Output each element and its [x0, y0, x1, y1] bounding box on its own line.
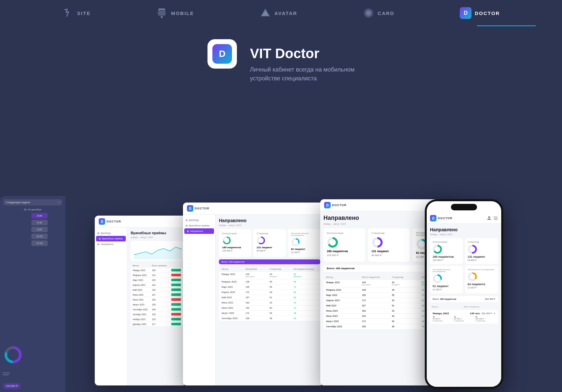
mobile-topbar: D DOCTOR	[427, 213, 501, 224]
page-title-1: Врачебные приёмы	[131, 231, 183, 235]
donut-stacionar	[256, 236, 266, 245]
period-1: январь – август 2023	[131, 236, 183, 238]
hero-subtitle: Личный кабинет всегда на мобильном устро…	[250, 65, 355, 83]
table-row: Декабрь 2023 217 ↑	[131, 322, 183, 327]
table-1: Месяц Всего приёмов Январь 2023 205 ↑ Фе…	[131, 263, 183, 327]
cal-donut	[3, 345, 23, 366]
sidebar-dashboard-2[interactable]: Дашборд	[183, 217, 215, 223]
donut-stacionar-3	[372, 237, 383, 248]
table-row: Апрель 2023 224 ↑	[131, 283, 183, 287]
stat-konsultacii: Консультации 185 пациентов 126 500 Р	[219, 229, 251, 257]
doctor-nav-icon: D	[460, 7, 471, 19]
table-row: Февраль 2023 214 ↓	[131, 273, 183, 278]
screenshots-area: Следующая неделя › Вс 24 декабря 8:00 8:…	[0, 189, 562, 392]
screenshot-napravleno: D DOCTOR Дашборд Врачебные приёмы	[183, 203, 323, 385]
mobile-donut-s	[468, 244, 477, 254]
table-row: Июль 2023 226 ↓	[131, 297, 183, 302]
big-table-2: Месяц Выгорание Стационар Инструментальн…	[219, 266, 320, 321]
donut-instr	[291, 237, 300, 247]
nav-item-avatar[interactable]: AVATAR	[259, 7, 297, 19]
svg-point-0	[161, 16, 163, 18]
mobile-menu-icon[interactable]	[493, 216, 498, 220]
mobile-stat-stacionar: Стационар 131 пациент 94 800 Р	[465, 238, 498, 264]
doctor-logo-3: D DOCTOR	[324, 202, 347, 208]
cal-date: Вс 24 декабря	[3, 208, 62, 211]
cal-legend: Приёма Приём	[0, 372, 65, 376]
sidebar-napravleno-1[interactable]: Направлено	[95, 241, 127, 247]
mobile-donut-i	[433, 274, 442, 284]
nav-item-card[interactable]: CARD	[363, 7, 394, 19]
mobile-screen: D DOCTOR Направлено	[427, 201, 501, 387]
nav-item-mobile[interactable]: MOBILE	[156, 7, 194, 19]
table-row: Сентябрь 2023 246 ↑	[131, 307, 183, 312]
stat-card-konsultacii-3: Консультации 185 пациентов 126 500 Р	[323, 228, 365, 262]
table-row: Октябрь 2023 226 ↓	[131, 312, 183, 317]
mobile-month-details: 43 94 800 Р Стационар 52 80 000 Р Стацио…	[433, 316, 495, 322]
mobile-stat-instr: Инструментальные исследования 51 пациент…	[430, 266, 463, 293]
mobile-chevron: ∧	[493, 312, 495, 315]
doctor-logo-2: D DOCTOR	[187, 205, 209, 212]
hero-text: VIT Doctor Личный кабинет всегда на моби…	[250, 39, 355, 83]
chart-1	[131, 241, 183, 261]
mobile-donut-l	[468, 272, 477, 282]
doctor-logo-icon-2: D	[187, 205, 193, 212]
nav-item-site[interactable]: SITE	[62, 7, 91, 19]
app-sidebar-1: Дашборд Врачебные приёмы Направлено	[95, 228, 127, 385]
table-row: Июнь 2023 237 ↑	[131, 292, 183, 297]
app-main-1: Врачебные приёмы январь – август 2023 Ме…	[127, 228, 186, 385]
card-nav-icon	[363, 7, 374, 19]
mobile-notch	[451, 204, 477, 210]
cal-slot-1: 8:00	[3, 213, 62, 219]
donut-konsultacii	[222, 236, 231, 245]
mobile-period: январь – август 2023	[430, 233, 498, 236]
sidebar-dashboard-1[interactable]: Дашборд	[95, 230, 127, 236]
sidebar-priemy-1[interactable]: Врачебные приёмы	[96, 236, 126, 241]
screenshot-priemy: D DOCTOR Дашборд Врачебные приёмы	[95, 216, 186, 385]
mobile-content: Направлено январь – август 2023 Консульт…	[427, 224, 501, 386]
site-icon	[62, 7, 74, 19]
table-row: Июнь 2023 163 23 15	[219, 300, 320, 305]
top-navigation: SITE MOBILE AVATAR CARD D DOCTOR	[0, 0, 562, 26]
cal-footer-amount: 194 800 Р	[3, 383, 20, 389]
hero-section: D VIT Doctor Личный кабинет всегда на мо…	[0, 26, 562, 83]
table-row: Август 2023 172 54 48	[219, 311, 320, 316]
doctor-logo-icon-1: D	[99, 218, 105, 225]
mobile-doctor-logo-icon: D	[430, 215, 437, 221]
mobile-user-icon	[487, 216, 491, 220]
doctor-logo-icon-3: D	[324, 202, 331, 208]
cal-header: Следующая неделя ›	[3, 199, 62, 205]
cal-slot-3: 9:00	[3, 227, 62, 232]
mobile-title: Направлено	[430, 227, 498, 232]
mobile-table-header: Месяц Всего пациентов	[430, 305, 498, 309]
table-row: Январь 2023 145264 300 Р 4394 800 Р 5280…	[219, 272, 320, 279]
mobile-donut-k	[433, 244, 442, 254]
stat-card-stacionar-3: Стационар 131 пациент 94 800 Р	[368, 228, 410, 262]
mobile-stats-grid: Консультации 180 пациентов 126 500 Р Ста…	[430, 238, 498, 293]
app-icon-inner: D	[212, 44, 232, 64]
app-topbar-2: D DOCTOR	[183, 203, 323, 215]
mobile-month-label: Январь 2023 145 чел. 264 300 Р ∧	[433, 312, 495, 315]
sidebar-priemy-2[interactable]: Врачебные приёмы	[183, 223, 215, 228]
total-bar-2: Всего: 426 пациентов	[219, 259, 320, 264]
mobile-month-row[interactable]: Январь 2023 145 чел. 264 300 Р ∧ 43 94 8…	[430, 310, 498, 324]
hero-title: VIT Doctor	[250, 46, 355, 61]
cal-slot-5: 10:30	[3, 240, 62, 246]
mobile-nav-icon	[156, 7, 168, 19]
mobile-topbar-icons	[487, 216, 498, 220]
screenshot-calendar: Следующая неделя › Вс 24 декабря 8:00 8:…	[0, 196, 65, 392]
screenshot-mobile: D DOCTOR Направлено	[425, 199, 503, 389]
table-header-1: Месяц Всего приёмов	[131, 263, 183, 268]
avatar-nav-icon	[259, 7, 271, 19]
table-row: Ноябрь 2023 233 ↑	[131, 317, 183, 322]
doctor-logo-1: D DOCTOR	[99, 218, 121, 225]
stat-instr: Инструментальные исследования 81 пациент…	[288, 229, 320, 257]
app-icon: D	[207, 39, 237, 69]
app-sidebar-2: Дашборд Врачебные приёмы Направлено	[183, 215, 216, 385]
doctor-nav-icon-letter: D	[464, 10, 468, 16]
svg-point-21	[488, 216, 490, 218]
napravleno-stats-2: Консультации 185 пациентов 126 500 Р Ста…	[219, 229, 320, 257]
nav-item-doctor[interactable]: D DOCTOR	[460, 7, 500, 19]
app-main-2: Направлено январь – август 2023 Консульт…	[216, 215, 323, 385]
sidebar-napravleno-2[interactable]: Направлено	[184, 228, 214, 234]
table-row: Март 2023 195 55 72	[219, 285, 320, 290]
